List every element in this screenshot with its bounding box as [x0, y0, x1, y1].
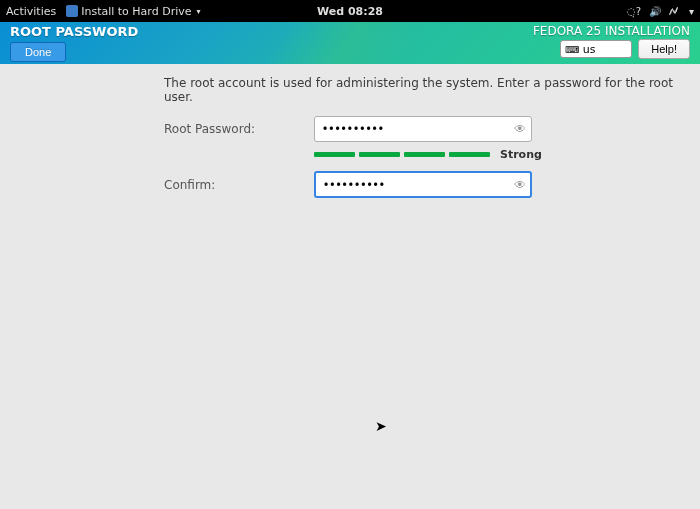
strength-seg	[359, 152, 400, 157]
page-title: ROOT PASSWORD	[10, 24, 138, 39]
eye-icon[interactable]: 👁	[514, 122, 526, 136]
topbar-left: Activities Install to Hard Drive ▾	[6, 5, 201, 18]
clock[interactable]: Wed 08:28	[317, 5, 383, 18]
confirm-password-input[interactable]	[314, 171, 532, 198]
root-password-row: Root Password: 👁	[164, 116, 690, 142]
eye-icon[interactable]: 👁	[514, 178, 526, 192]
keyboard-layout-label: us	[583, 43, 596, 56]
help-button[interactable]: Help!	[638, 39, 690, 59]
activities-button[interactable]: Activities	[6, 5, 56, 18]
app-menu[interactable]: Install to Hard Drive ▾	[66, 5, 200, 18]
chevron-down-icon: ▾	[196, 7, 200, 16]
description-text: The root account is used for administeri…	[164, 76, 690, 104]
confirm-password-input-wrap: 👁	[314, 171, 532, 198]
app-menu-label: Install to Hard Drive	[81, 5, 191, 18]
root-password-label: Root Password:	[164, 122, 314, 136]
installer-header: ROOT PASSWORD FEDORA 25 INSTALLATION Don…	[0, 22, 700, 64]
done-button[interactable]: Done	[10, 42, 66, 62]
content-area: The root account is used for administeri…	[0, 64, 700, 214]
battery-icon[interactable]: 🗲	[669, 6, 679, 17]
installer-name: FEDORA 25 INSTALLATION	[533, 24, 690, 38]
system-menu-icon[interactable]: ▾	[689, 6, 694, 17]
strength-label: Strong	[500, 148, 542, 161]
volume-icon[interactable]: 🔊	[649, 6, 661, 17]
mouse-cursor-icon: ➤	[375, 418, 387, 434]
gnome-topbar: Activities Install to Hard Drive ▾ Wed 0…	[0, 0, 700, 22]
root-password-input[interactable]	[314, 116, 532, 142]
keyboard-layout-select[interactable]: ⌨ us	[560, 40, 632, 58]
strength-seg	[314, 152, 355, 157]
strength-seg	[449, 152, 490, 157]
accessibility-icon[interactable]: ◌̣?	[627, 6, 641, 17]
password-strength-row: Strong	[314, 148, 690, 161]
strength-meter	[314, 152, 490, 157]
app-icon	[66, 5, 78, 17]
keyboard-icon: ⌨	[565, 44, 579, 55]
topbar-right: ◌̣? 🔊 🗲 ▾	[627, 6, 694, 17]
confirm-password-row: Confirm: 👁	[164, 171, 690, 198]
root-password-input-wrap: 👁	[314, 116, 532, 142]
strength-seg	[404, 152, 445, 157]
confirm-password-label: Confirm:	[164, 178, 314, 192]
